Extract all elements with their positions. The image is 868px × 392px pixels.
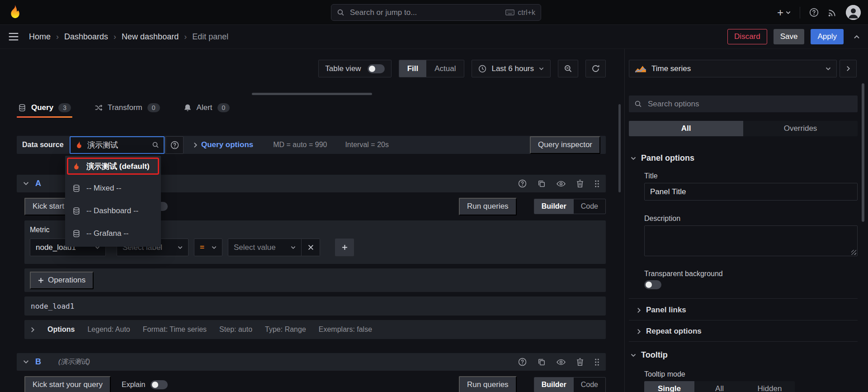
repeat-options-section[interactable]: Repeat options [637, 323, 702, 339]
time-range-picker[interactable]: Last 6 hours [472, 60, 551, 77]
value-select[interactable]: Select value [228, 239, 302, 256]
table-view-toggle[interactable] [368, 64, 385, 73]
query-options-link[interactable]: Query options [201, 140, 253, 149]
explain-toggle[interactable] [151, 380, 168, 389]
global-search-box[interactable]: ctrl+k [331, 4, 541, 21]
chevron-right-icon[interactable] [31, 327, 35, 333]
editor-tabs: Query 3 Transform 0 Alert 0 [17, 99, 231, 116]
panel-options-section[interactable]: Panel options [631, 153, 694, 163]
run-queries-button[interactable]: Run queries [459, 198, 517, 215]
description-textarea[interactable] [644, 225, 858, 256]
visualization-picker[interactable]: Time series [629, 60, 837, 77]
tab-overrides[interactable]: Overrides [743, 121, 858, 136]
editor-scrollbar[interactable] [618, 104, 621, 192]
refresh-button[interactable] [585, 60, 606, 77]
query-inspector-button[interactable]: Query inspector [530, 136, 600, 154]
menu-hamburger-icon[interactable] [8, 33, 19, 41]
query-b-header[interactable]: B (演示测试) [17, 353, 606, 371]
tooltip-section[interactable]: Tooltip [631, 350, 668, 360]
breadcrumb-home[interactable]: Home [29, 32, 51, 42]
actual-option[interactable]: Actual [426, 60, 464, 77]
options-label[interactable]: Options [47, 325, 75, 334]
tab-all[interactable]: All [629, 121, 743, 136]
visualization-name: Time series [651, 64, 691, 73]
chevron-right-icon[interactable] [193, 142, 198, 148]
query-datasource-hint: (演示测试) [58, 358, 90, 366]
options-search-input[interactable] [647, 99, 852, 109]
panel-links-section[interactable]: Panel links [637, 302, 686, 318]
help-icon[interactable] [518, 179, 527, 188]
breadcrumb-bar: Home › Dashboards › New dashboard › Edit… [0, 25, 868, 49]
chevron-right-icon [637, 307, 641, 313]
trash-icon[interactable] [576, 180, 584, 188]
tooltip-mode-hidden[interactable]: Hidden [745, 381, 795, 392]
grafana-logo-icon[interactable] [8, 5, 22, 19]
run-queries-button[interactable]: Run queries [459, 376, 517, 392]
eye-icon[interactable] [557, 359, 566, 365]
chevron-down-icon[interactable] [23, 360, 29, 364]
keyboard-icon [505, 10, 514, 15]
remove-filter-button[interactable] [302, 239, 320, 256]
zoom-out-button[interactable] [558, 60, 578, 77]
help-icon[interactable] [518, 358, 527, 366]
plus-icon [38, 277, 44, 283]
drag-handle-icon[interactable] [594, 180, 599, 188]
save-button[interactable]: Save [774, 29, 805, 44]
new-menu-button[interactable]: + [777, 7, 791, 18]
code-option[interactable]: Code [574, 199, 605, 214]
datasource-row: Data source 演示测试 Query options MD = auto… [17, 136, 606, 154]
fill-option[interactable]: Fill [399, 60, 427, 77]
kick-start-button[interactable]: Kick start your query [24, 376, 111, 392]
datasource-option-default[interactable]: 演示测试 (default) [67, 158, 159, 175]
tooltip-mode-single[interactable]: Single [644, 381, 694, 392]
discard-button[interactable]: Discard [727, 29, 767, 44]
visualization-row: Time series [629, 60, 857, 77]
global-search-input[interactable] [349, 8, 501, 18]
tooltip-mode-all[interactable]: All [694, 381, 745, 392]
chevron-down-icon[interactable] [23, 182, 29, 186]
query-a-actions [518, 179, 599, 188]
duplicate-icon[interactable] [538, 358, 546, 366]
datasource-option-dashboard[interactable]: -- Dashboard -- [67, 200, 159, 222]
timeseries-chart-icon [635, 65, 646, 73]
builder-option[interactable]: Builder [534, 378, 574, 392]
panel-options-title: Panel options [641, 153, 694, 163]
collapse-pane-button[interactable] [840, 60, 857, 77]
help-icon[interactable] [809, 8, 819, 17]
options-search-box[interactable] [629, 96, 858, 112]
tab-query[interactable]: Query 3 [17, 99, 72, 116]
user-avatar[interactable] [846, 5, 861, 20]
eye-icon[interactable] [557, 181, 566, 187]
chevron-up-icon[interactable] [854, 35, 860, 39]
drag-handle-icon[interactable] [594, 358, 599, 366]
database-icon [72, 207, 80, 215]
duplicate-icon[interactable] [538, 180, 546, 188]
transparent-background-toggle[interactable] [644, 280, 661, 289]
datasource-help-button[interactable] [165, 136, 184, 154]
breadcrumb-dashboards[interactable]: Dashboards [64, 32, 108, 42]
datasource-option-grafana[interactable]: -- Grafana -- [67, 222, 159, 245]
panel-title-input[interactable] [644, 183, 858, 201]
chevron-down-icon [212, 246, 217, 249]
tab-alert[interactable]: Alert 0 [182, 99, 231, 116]
chevron-down-icon [291, 246, 296, 249]
code-option[interactable]: Code [574, 378, 605, 392]
add-operations-button[interactable]: Operations [30, 272, 94, 289]
datasource-option-mixed[interactable]: -- Mixed -- [67, 177, 159, 200]
datasource-picker[interactable]: 演示测试 [70, 136, 165, 154]
options-scrollbar[interactable] [862, 83, 864, 222]
news-rss-icon[interactable] [828, 8, 837, 17]
breadcrumb-new-dashboard[interactable]: New dashboard [122, 32, 179, 42]
clock-icon [478, 65, 486, 73]
tab-transform[interactable]: Transform 0 [93, 99, 161, 116]
transparent-background-label: Transparent background [644, 270, 723, 278]
chevron-right-icon [637, 329, 641, 335]
operator-select[interactable]: = [194, 239, 222, 256]
query-b-actions [518, 358, 599, 366]
apply-button[interactable]: Apply [811, 29, 844, 44]
builder-option[interactable]: Builder [534, 199, 574, 214]
trash-icon[interactable] [576, 358, 584, 366]
panel-resize-handle[interactable] [252, 93, 372, 95]
database-icon [72, 184, 80, 192]
add-filter-button[interactable] [335, 239, 354, 256]
